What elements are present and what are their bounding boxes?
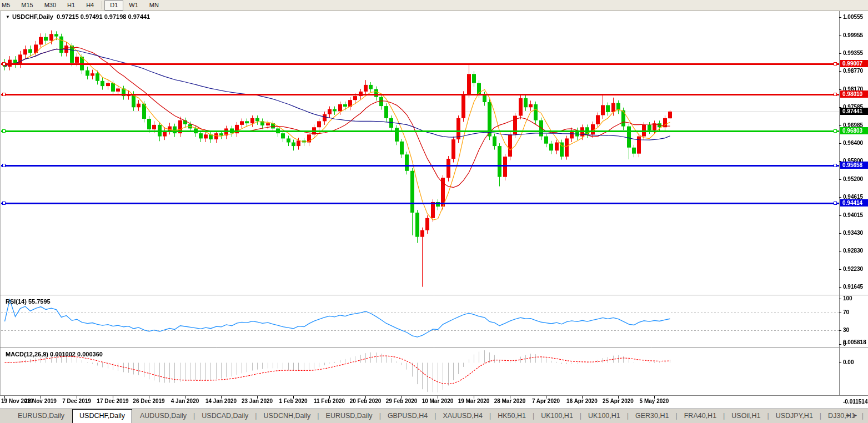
date-tick-label: 7 Apr 2020	[532, 398, 560, 404]
chart-tab-hk50-h1[interactable]: HK50,H1	[491, 409, 533, 423]
price-tick-label: 0.92230	[843, 266, 863, 272]
rsi-tick-label: 30	[843, 327, 849, 333]
chart-tab-usoil-h1[interactable]: USOil,H1	[725, 409, 767, 423]
macd-tick-label: 0.005818	[843, 339, 866, 345]
price-tick-label: 0.99955	[843, 32, 863, 38]
price-tick-label: 0.96400	[843, 140, 863, 146]
date-tick-label: 19 Mar 2020	[458, 398, 490, 404]
date-tick-label: 28 Nov 2019	[24, 398, 57, 404]
main-chart-canvas[interactable]	[0, 11, 868, 423]
date-tick-label: 10 Mar 2020	[422, 398, 454, 404]
tabbar-pad	[0, 409, 11, 423]
timeframe-toolbar: M5M15M30H1H4D1W1MN	[0, 0, 868, 11]
chart-tab-gbpusd-h4[interactable]: GBPUSD,H4	[381, 409, 434, 423]
tab-scroll-arrows[interactable]: ◂▸	[846, 412, 862, 418]
date-tick-label: 7 Dec 2019	[62, 398, 91, 404]
date-tick-label: 29 Feb 2020	[386, 398, 418, 404]
level-price-label: 0.98010	[840, 90, 868, 98]
date-tick-label: 14 Jan 2020	[205, 398, 237, 404]
chart-tab-usdcad-daily[interactable]: USDCAD,Daily	[195, 409, 255, 423]
chart-tab-usdjpy-h1[interactable]: USDJPY,H1	[769, 409, 820, 423]
timeframe-button-m30[interactable]: M30	[39, 0, 62, 11]
timeframe-button-d1[interactable]: D1	[104, 0, 123, 11]
date-tick-label: 1 Feb 2020	[279, 398, 307, 404]
collapse-caret-icon[interactable]: ▼	[6, 14, 10, 19]
current-price-label: 0.97441	[840, 108, 868, 115]
timeframe-button-w1[interactable]: W1	[123, 0, 144, 11]
tab-scroll-right-icon[interactable]: ▸	[854, 412, 862, 418]
date-tick-label: 28 Mar 2020	[494, 398, 526, 404]
timeframe-button-mn[interactable]: MN	[144, 0, 164, 11]
date-tick-label: 16 Apr 2020	[566, 398, 598, 404]
price-tick-label: 0.95200	[843, 176, 863, 182]
price-tick-label: 1.00555	[843, 14, 863, 20]
toolbar-separator	[102, 1, 102, 9]
ohlc-values: 0.97215 0.97491 0.97198 0.97441	[57, 13, 150, 20]
date-tick-label: 23 Jan 2020	[242, 398, 273, 404]
level-price-label: 0.99007	[840, 60, 868, 67]
chart-tab-fra40-h1[interactable]: FRA40,H1	[678, 409, 723, 423]
price-tick-label: 0.92830	[843, 248, 863, 254]
chart-tab-eurusd-daily[interactable]: EURUSD,Daily	[319, 409, 379, 423]
tab-scroll-left-icon[interactable]: ◂	[846, 412, 854, 418]
price-tick-label: 0.99355	[843, 50, 863, 56]
chart-tab-usdchf-daily[interactable]: USDCHF,Daily	[72, 409, 132, 423]
date-tick-label: 26 Dec 2019	[133, 398, 164, 404]
date-tick-label: 20 Feb 2020	[350, 398, 382, 404]
price-tick-label: 0.93430	[843, 230, 863, 236]
chart-tab-ger30-h1[interactable]: GER30,H1	[629, 409, 675, 423]
timeframe-button-h4[interactable]: H4	[81, 0, 99, 11]
macd-tick-label: 0.00	[843, 359, 854, 365]
chart-tab-eurusd-daily[interactable]: EURUSD,Daily	[11, 409, 71, 423]
chart-tab-audusd-daily[interactable]: AUDUSD,Daily	[133, 409, 193, 423]
price-tick-label: 0.98770	[843, 68, 863, 74]
date-tick-label: 25 Apr 2020	[603, 398, 634, 404]
mt4-usdchf-chart-window: { "toolbar":{"timeframes":[ {"label":"M5…	[0, 0, 868, 423]
chart-tab-uk100-h1[interactable]: UK100,H1	[581, 409, 627, 423]
price-tick-label: 0.94015	[843, 212, 863, 218]
date-tick-label: 17 Dec 2019	[97, 398, 128, 404]
symbol-period-label: USDCHF,Daily	[12, 13, 53, 20]
timeframe-button-m5[interactable]: M5	[0, 0, 16, 11]
level-price-label: 0.94414	[840, 199, 868, 207]
chart-title: ▼USDCHF,Daily 0.97215 0.97491 0.97198 0.…	[6, 13, 150, 20]
level-price-label: 0.95658	[840, 162, 868, 169]
date-tick-label: 5 May 2020	[640, 398, 669, 404]
macd-indicator-label: MACD(12,26,9) 0.001002 0.000360	[6, 351, 103, 357]
timeframe-button-m15[interactable]: M15	[16, 0, 38, 11]
chart-tab-uk100-h1[interactable]: UK100,H1	[534, 409, 580, 423]
price-tick-label: 0.91645	[843, 284, 863, 290]
date-tick-label: 11 Feb 2020	[314, 398, 345, 404]
date-tick-label: 4 Jan 2020	[171, 398, 199, 404]
macd-tick-label: -0.011514	[843, 399, 868, 405]
timeframe-button-h1[interactable]: H1	[62, 0, 81, 11]
rsi-tick-label: 70	[843, 309, 849, 315]
chart-tab-bar: EURUSD,DailyUSDCHF,DailyAUDUSD,Daily|USD…	[0, 409, 868, 423]
chart-tab-usdcnh-daily[interactable]: USDCNH,Daily	[257, 409, 318, 423]
rsi-tick-label: 100	[843, 295, 852, 301]
chart-tab-xauusd-h4[interactable]: XAUUSD,H4	[436, 409, 489, 423]
level-price-label: 0.96803	[840, 127, 868, 134]
rsi-indicator-label: RSI(14) 55.7595	[6, 298, 51, 305]
